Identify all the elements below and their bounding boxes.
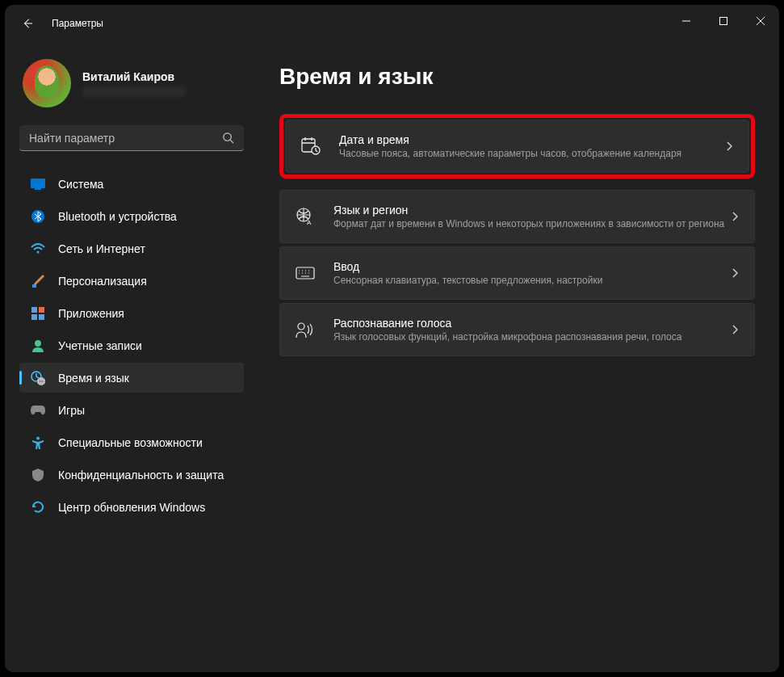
brush-icon — [31, 274, 45, 288]
sidebar-item-label: Игры — [58, 404, 85, 417]
svg-point-5 — [37, 250, 40, 253]
profile-name: Виталий Каиров — [82, 70, 186, 83]
sidebar-item-label: Персонализация — [58, 275, 147, 288]
titlebar: Параметры — [5, 5, 779, 41]
close-button[interactable] — [742, 5, 779, 37]
maximize-button[interactable] — [705, 5, 742, 37]
svg-point-1 — [224, 133, 231, 141]
card-wrapper: Ввод Сенсорная клавиатура, текстовые пре… — [279, 246, 755, 300]
sidebar-item-gaming[interactable]: Игры — [19, 395, 244, 425]
settings-window: Параметры Виталий Каиров — [5, 5, 779, 672]
card-date-time[interactable]: Дата и время Часовые пояса, автоматическ… — [285, 120, 749, 173]
svg-point-14 — [36, 436, 40, 439]
card-desc: Формат дат и времени в Windows и некотор… — [333, 218, 732, 229]
sidebar-item-accounts[interactable]: Учетные записи — [19, 330, 244, 360]
svg-rect-10 — [39, 314, 44, 320]
speech-icon — [295, 320, 316, 339]
sidebar-item-label: Bluetooth и устройства — [58, 210, 177, 223]
card-wrapper: Распознавание голоса Язык голосовых функ… — [279, 303, 755, 356]
card-desc: Часовые пояса, автоматические параметры … — [339, 148, 726, 159]
card-title: Ввод — [333, 260, 732, 273]
sidebar-item-time-language[interactable]: Время и язык — [19, 363, 244, 393]
sidebar-item-update[interactable]: Центр обновления Windows — [19, 492, 244, 522]
svg-rect-3 — [35, 188, 41, 190]
chevron-right-icon — [726, 141, 732, 151]
sidebar-item-accessibility[interactable]: Специальные возможности — [19, 427, 244, 457]
chevron-right-icon — [732, 212, 738, 221]
card-title: Распознавание голоса — [333, 317, 732, 330]
accessibility-icon — [31, 435, 45, 450]
sidebar-item-label: Специальные возможности — [58, 436, 203, 449]
svg-rect-2 — [31, 179, 45, 188]
svg-point-11 — [35, 340, 41, 347]
highlight-frame: Дата и время Часовые пояса, автоматическ… — [279, 114, 755, 179]
nav-list: Система Bluetooth и устройства Сеть и Ин… — [19, 169, 249, 522]
card-speech[interactable]: Распознавание голоса Язык голосовых функ… — [279, 303, 755, 356]
svg-point-20 — [298, 323, 304, 330]
sidebar-item-label: Сеть и Интернет — [58, 242, 145, 255]
profile-email — [82, 86, 186, 97]
card-input[interactable]: Ввод Сенсорная клавиатура, текстовые пре… — [279, 246, 755, 300]
search-input[interactable] — [19, 125, 244, 151]
keyboard-icon — [295, 263, 316, 283]
update-icon — [31, 500, 45, 515]
svg-rect-8 — [39, 307, 44, 313]
sidebar-item-privacy[interactable]: Конфиденциальность и защита — [19, 460, 244, 490]
minimize-button[interactable] — [668, 5, 705, 37]
sidebar: Виталий Каиров Система — [5, 41, 255, 672]
sidebar-item-personalization[interactable]: Персонализация — [19, 266, 244, 296]
card-desc: Язык голосовых функций, настройка микроф… — [333, 331, 732, 343]
search-box — [19, 125, 249, 151]
sidebar-item-network[interactable]: Сеть и Интернет — [19, 233, 244, 263]
svg-rect-9 — [31, 314, 37, 320]
sidebar-item-system[interactable]: Система — [19, 169, 244, 199]
back-button[interactable] — [21, 17, 34, 30]
sidebar-item-label: Конфиденциальность и защита — [58, 469, 224, 481]
globe-text-icon: A — [295, 207, 316, 226]
card-title: Язык и регион — [333, 204, 732, 217]
sidebar-item-bluetooth[interactable]: Bluetooth и устройства — [19, 201, 244, 231]
profile-block[interactable]: Виталий Каиров — [19, 59, 249, 107]
chevron-right-icon — [732, 268, 738, 278]
card-language-region[interactable]: A Язык и регион Формат дат и времени в W… — [279, 190, 755, 243]
cards-list: Дата и время Часовые пояса, автоматическ… — [279, 114, 755, 356]
calendar-clock-icon — [300, 137, 321, 156]
sidebar-item-label: Центр обновления Windows — [58, 501, 205, 514]
apps-icon — [31, 306, 45, 321]
svg-rect-6 — [32, 284, 36, 288]
chevron-right-icon — [732, 325, 738, 334]
sidebar-item-label: Время и язык — [58, 372, 129, 385]
sidebar-item-apps[interactable]: Приложения — [19, 298, 244, 328]
sidebar-item-label: Учетные записи — [58, 339, 142, 352]
card-title: Дата и время — [339, 133, 726, 146]
svg-text:A: A — [307, 219, 312, 225]
avatar — [23, 59, 71, 107]
person-icon — [31, 338, 45, 353]
svg-rect-7 — [31, 307, 37, 313]
search-icon — [222, 132, 234, 144]
page-title: Время и язык — [279, 64, 755, 90]
sidebar-item-label: Система — [58, 178, 103, 191]
bluetooth-icon — [31, 209, 45, 224]
sidebar-item-label: Приложения — [58, 307, 124, 320]
main-content: Время и язык Дата и время Часовые пояса, — [255, 41, 779, 672]
window-controls — [668, 5, 779, 37]
card-wrapper: A Язык и регион Формат дат и времени в W… — [279, 190, 755, 243]
window-title: Параметры — [52, 18, 103, 29]
wifi-icon — [31, 242, 45, 256]
svg-rect-0 — [720, 18, 727, 25]
system-icon — [31, 177, 45, 191]
gamepad-icon — [31, 403, 45, 418]
clock-globe-icon — [31, 371, 45, 385]
card-desc: Сенсорная клавиатура, текстовые предложе… — [333, 275, 732, 286]
shield-icon — [31, 468, 45, 482]
